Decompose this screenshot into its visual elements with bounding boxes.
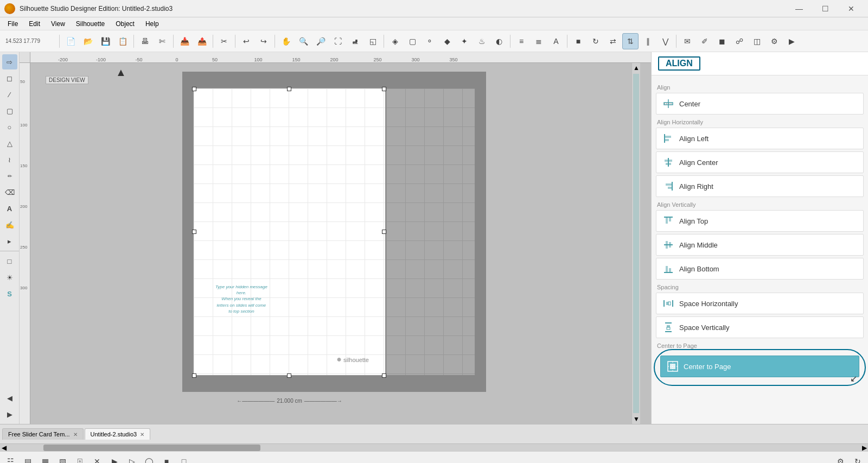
sel-handle-bm[interactable]: [287, 373, 291, 378]
cut-button[interactable]: ✄: [154, 33, 170, 49]
bt-knife[interactable]: ■: [158, 453, 175, 464]
sel-handle-tm[interactable]: [287, 87, 291, 91]
space-horizontally-button[interactable]: Space Horizontally: [656, 293, 864, 314]
center-to-page-button[interactable]: Center to Page: [660, 356, 859, 377]
zoom-out-button[interactable]: 🔎: [312, 33, 329, 49]
trace-tool[interactable]: ☍: [731, 33, 748, 49]
bt-align[interactable]: ▤: [20, 453, 36, 464]
ellipse-tool2[interactable]: ⚬: [422, 33, 438, 49]
redo-button[interactable]: ↪: [256, 33, 272, 49]
print-button[interactable]: 🖶: [137, 33, 153, 49]
dropper-tool[interactable]: ▸: [2, 233, 17, 249]
save-as-button[interactable]: 📋: [114, 33, 131, 49]
bt-combine2[interactable]: ▷: [124, 453, 140, 464]
arc-tool[interactable]: ◐: [491, 33, 507, 49]
align-middle-button[interactable]: Align Middle: [656, 234, 864, 256]
rotate-tool2[interactable]: ↻: [588, 33, 604, 49]
align-right-button[interactable]: Align Right: [656, 175, 864, 197]
align-v-tool[interactable]: ≣: [531, 33, 547, 49]
bt-weld[interactable]: ◯: [141, 453, 157, 464]
sel-handle-br[interactable]: [382, 373, 386, 378]
send-tool[interactable]: ▶: [783, 33, 800, 49]
next-page-tool[interactable]: ▶: [2, 407, 17, 422]
draw-shape-tool[interactable]: ≀: [2, 152, 17, 167]
vscroll-up[interactable]: ▲: [632, 63, 640, 73]
bt-merge[interactable]: ⍐: [72, 453, 88, 464]
undo-button[interactable]: ↩: [238, 33, 254, 49]
text-tool2[interactable]: A: [548, 33, 564, 49]
scale-tool2[interactable]: ⇄: [605, 33, 621, 49]
bt-group2[interactable]: ▧: [54, 453, 71, 464]
align-h-tool[interactable]: ≡: [513, 33, 529, 49]
shape-tool2[interactable]: ♨: [474, 33, 490, 49]
menu-file[interactable]: File: [2, 19, 23, 29]
bt-subtract[interactable]: ✕: [89, 453, 105, 464]
silhouette-tool[interactable]: S: [2, 286, 17, 301]
node-edit-tool[interactable]: ◻: [2, 71, 17, 86]
tab-untitled[interactable]: Untitled-2.studio3 ✕: [85, 428, 151, 440]
sel-handle-ml[interactable]: [192, 230, 196, 234]
sel-handle-tr[interactable]: [382, 87, 386, 91]
draw-line-tool[interactable]: ∕: [2, 87, 17, 102]
camera-tool[interactable]: ☀: [2, 270, 17, 285]
zoom-full-button[interactable]: ◱: [365, 33, 381, 49]
settings-tool[interactable]: ⚙: [766, 33, 782, 49]
tab-free-slider[interactable]: Free Slider Card Tem... ✕: [2, 428, 84, 440]
node-tool2[interactable]: ■: [570, 33, 586, 49]
align-bottom-button[interactable]: Align Bottom: [656, 258, 864, 280]
bt-settings[interactable]: ⚙: [832, 453, 848, 464]
align-top-button[interactable]: Align Top: [656, 210, 864, 232]
sel-handle-mr[interactable]: [382, 230, 386, 234]
path-tool[interactable]: ◈: [387, 33, 403, 49]
prev-page-tool[interactable]: ◀: [2, 390, 17, 405]
align-center-button[interactable]: Align Center: [656, 151, 864, 173]
zoom-in-button[interactable]: 🔍: [295, 33, 311, 49]
polygon-tool2[interactable]: ◆: [439, 33, 455, 49]
eraser-tool[interactable]: ⌫: [2, 185, 17, 200]
menu-silhouette[interactable]: Silhouette: [71, 19, 110, 29]
draw-ellipse-tool[interactable]: ○: [2, 119, 17, 135]
tab-untitled-close[interactable]: ✕: [140, 432, 144, 437]
eraser-tool2[interactable]: ✐: [697, 33, 713, 49]
close-button[interactable]: ✕: [839, 0, 864, 17]
paint-tool[interactable]: ✍: [2, 217, 17, 232]
zoom-fit-button[interactable]: ⛶: [330, 33, 346, 49]
center-button[interactable]: Center: [656, 93, 864, 115]
sel-handle-tl[interactable]: [192, 87, 196, 91]
hscroll-thumb[interactable]: [43, 445, 260, 451]
draw-rect-tool[interactable]: ▢: [2, 103, 17, 118]
bt-combine1[interactable]: ▶: [106, 453, 123, 464]
knife-tool2[interactable]: ✉: [679, 33, 695, 49]
select-tool[interactable]: ⇨: [2, 54, 17, 69]
space-vertically-button[interactable]: Space Vertically: [656, 316, 864, 338]
save-button[interactable]: 💾: [97, 33, 113, 49]
bt-refresh[interactable]: ↻: [850, 453, 866, 464]
panel-tool[interactable]: ◫: [749, 33, 765, 49]
maximize-button[interactable]: ☐: [813, 0, 838, 17]
align-left-button[interactable]: Align Left: [656, 128, 864, 149]
menu-edit[interactable]: Edit: [23, 19, 46, 29]
import-button[interactable]: 📥: [176, 33, 193, 49]
cut-tool[interactable]: ✂: [216, 33, 232, 49]
vscroll-down[interactable]: ▼: [632, 414, 640, 424]
pan-button[interactable]: ✋: [278, 33, 294, 49]
draw-freehand-tool[interactable]: ✏: [2, 168, 17, 183]
mirror-tool[interactable]: ∥: [640, 33, 656, 49]
sel-handle-bl[interactable]: [192, 373, 196, 378]
fill-tool[interactable]: ◼: [714, 33, 730, 49]
bt-grid[interactable]: ☷: [2, 453, 18, 464]
skew-tool2[interactable]: ⇅: [622, 33, 639, 49]
menu-object[interactable]: Object: [110, 19, 140, 29]
rect-tool2[interactable]: ▢: [404, 33, 420, 49]
bt-group1[interactable]: ▦: [37, 453, 53, 464]
zoom-box-tool[interactable]: □: [2, 253, 17, 269]
star-tool2[interactable]: ✦: [456, 33, 473, 49]
new-button[interactable]: 📄: [62, 33, 79, 49]
hscroll-right[interactable]: ▶: [860, 444, 868, 451]
menu-view[interactable]: View: [46, 19, 71, 29]
weld-tool[interactable]: ⋁: [657, 33, 673, 49]
bt-eraser2[interactable]: □: [176, 453, 192, 464]
minimize-button[interactable]: —: [787, 0, 812, 17]
hscroll-left[interactable]: ◀: [0, 444, 8, 451]
text-tool[interactable]: A: [2, 201, 17, 216]
